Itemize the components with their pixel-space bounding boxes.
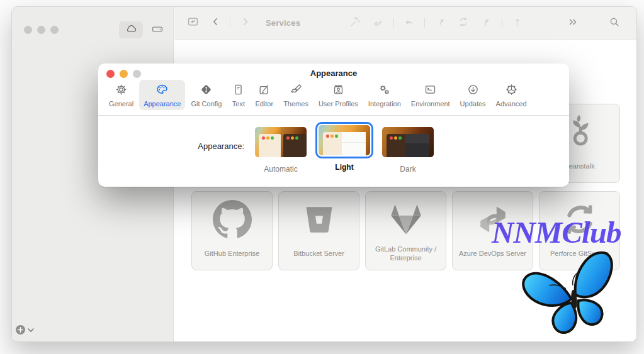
terminal-icon [424,83,437,97]
tab-label: Editor [255,100,273,108]
screen: Services [0,0,644,354]
quick-actions-button[interactable] [347,15,363,31]
toolbar-actions [347,15,636,31]
repo-box-icon [186,15,200,31]
add-options-button[interactable] [28,324,34,335]
back-button[interactable] [207,15,223,31]
nav-group: Services [174,15,300,31]
wand-icon [349,16,361,31]
service-tile-gitlab-community[interactable]: GitLab Community / Enterprise [365,191,446,270]
download-circle-icon [466,83,480,97]
tab-advanced[interactable]: Advanced [492,80,531,110]
push-arrow-icon [511,16,524,31]
tab-environment[interactable]: Environment [407,80,455,110]
service-tile-bitbucket-server[interactable]: Bitbucket Server [278,191,359,270]
tile-label: GitHub Enterprise [197,242,267,265]
local-repos-button[interactable] [145,21,169,38]
tab-label: General [109,100,133,108]
tab-label: Updates [460,100,486,108]
tab-label: Environment [411,100,450,108]
sidebar-footer [16,324,34,335]
stash-button[interactable] [401,15,417,31]
search-icon [608,16,621,31]
sync-icon [457,16,470,31]
gitlab-icon [366,199,446,240]
tab-separator [98,115,569,116]
pull-arrow-icon [434,16,446,31]
zoom-button[interactable] [50,26,59,34]
minimize-button[interactable] [37,26,45,34]
user-card-icon [332,83,345,97]
plus-icon [18,324,23,335]
window-traffic-lights [24,26,59,34]
tab-label: Integration [368,100,401,108]
discard-arrow-icon [372,16,385,31]
tab-integration[interactable]: Integration [364,80,405,110]
gear-icon [115,83,128,97]
github-icon [192,199,272,240]
tab-text[interactable]: Text [227,80,249,110]
git-diamond-icon [200,83,213,97]
search-button[interactable] [606,15,623,31]
palette-icon [155,83,169,97]
tab-user-profiles[interactable]: User Profiles [314,80,363,110]
tab-label: Text [232,100,245,108]
forward-button[interactable] [237,15,253,31]
divider [393,18,394,28]
option-label: Dark [400,165,415,174]
tab-editor[interactable]: Editor [251,80,278,110]
document-icon [232,83,245,97]
service-tile-github-enterprise[interactable]: GitHub Enterprise [191,191,273,270]
option-dark[interactable]: Dark [379,122,437,174]
advanced-gear-icon [505,83,518,97]
butterfly-watermark [520,249,628,347]
tab-label: User Profiles [319,100,358,108]
open-repo-button[interactable] [184,15,201,31]
dialog-title: Appearance [98,69,569,78]
tab-label: Git Config [191,100,222,108]
sidebar-view-toggle [119,21,169,38]
tab-label: Advanced [496,100,527,108]
discard-button[interactable] [370,15,387,31]
appearance-options: Automatic Light [252,122,437,174]
option-automatic[interactable]: Automatic [252,122,310,174]
merge-button[interactable] [478,15,495,31]
option-label: Light [335,163,353,172]
tab-themes[interactable]: Themes [279,80,313,110]
merge-arrow-icon [480,16,493,31]
tab-general[interactable]: General [105,80,138,110]
bitbucket-icon [279,199,359,240]
tab-appearance[interactable]: Appearance [139,80,185,110]
overflow-button[interactable] [565,15,581,31]
thumb-dark [379,124,437,160]
option-light[interactable]: Light [315,122,373,172]
tab-label: Themes [283,100,308,108]
chevron-down-icon [28,324,34,335]
tile-label: GitLab Community / Enterprise [371,242,441,265]
forward-chevron-icon [239,15,252,31]
option-label: Automatic [264,165,297,174]
tab-label: Appearance [144,100,181,108]
editor-icon [257,83,271,97]
preferences-dialog: Appearance General Appearance Git Config… [98,64,569,187]
drive-icon [150,22,164,38]
thumb-automatic [252,124,310,160]
cloud-services-button[interactable] [119,21,143,38]
watermark-text: NNMClub [492,214,621,250]
tab-git-config[interactable]: Git Config [186,80,226,110]
thumb-light [315,122,373,158]
fetch-button[interactable] [455,15,472,31]
paintbrush-icon [290,83,303,97]
push-button[interactable] [509,15,526,31]
pull-button[interactable] [432,15,448,31]
divider [502,18,502,28]
automatic-light-half [255,127,281,157]
add-account-button[interactable] [16,325,25,335]
appearance-field-label: Appearance: [167,141,244,151]
stash-arrow-icon [403,16,415,31]
cloud-icon [124,22,138,38]
gears-icon [378,83,391,97]
tab-updates[interactable]: Updates [456,80,490,110]
divider [424,18,425,28]
close-button[interactable] [24,26,32,34]
